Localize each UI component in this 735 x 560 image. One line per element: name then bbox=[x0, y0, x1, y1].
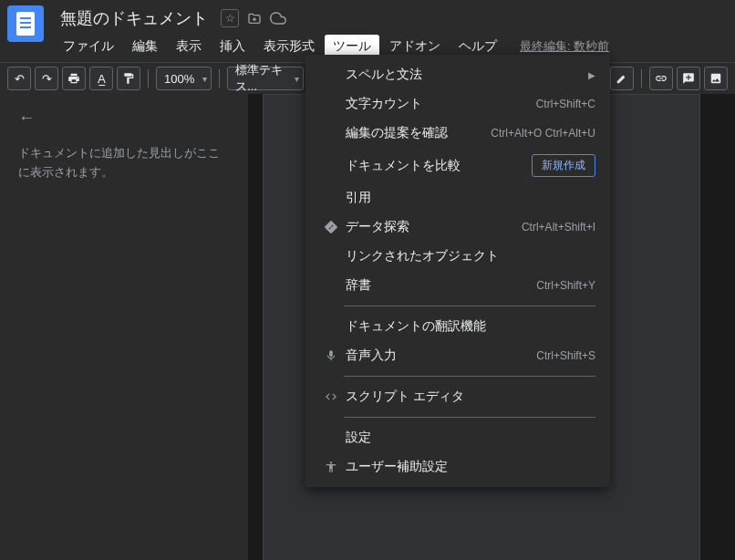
outline-empty-message: ドキュメントに追加した見出しがここに表示されます。 bbox=[18, 144, 230, 182]
insert-image-button[interactable] bbox=[704, 67, 728, 90]
menu-item-label: 設定 bbox=[342, 430, 595, 446]
paint-format-button[interactable] bbox=[117, 67, 140, 90]
move-icon[interactable] bbox=[246, 10, 263, 26]
menu-item-label: 文字カウント bbox=[342, 96, 536, 112]
menu-item-label: ユーザー補助設定 bbox=[342, 459, 595, 475]
menu-item-shortcut: Ctrl+Shift+Y bbox=[536, 279, 595, 292]
menu-citation[interactable]: 引用 bbox=[305, 183, 610, 213]
menu-spell-grammar[interactable]: スペルと文法 ▶ bbox=[305, 60, 610, 89]
menu-linked-objects[interactable]: リンクされたオブジェクト bbox=[305, 242, 610, 271]
menu-accessibility[interactable]: ユーザー補助設定 bbox=[305, 452, 610, 482]
menu-compare-docs[interactable]: ドキュメントを比較 新規作成 bbox=[305, 148, 610, 183]
menu-item-shortcut: Ctrl+Shift+C bbox=[536, 98, 595, 110]
add-comment-button[interactable] bbox=[677, 67, 700, 90]
menu-dictionary[interactable]: 辞書 Ctrl+Shift+Y bbox=[305, 271, 610, 300]
menu-review-suggestions[interactable]: 編集の提案を確認 Ctrl+Alt+O Ctrl+Alt+U bbox=[305, 119, 610, 148]
menu-separator bbox=[344, 376, 595, 377]
menu-view[interactable]: 表示 bbox=[168, 35, 210, 58]
menu-item-label: ドキュメントを比較 bbox=[342, 158, 532, 174]
toolbar-separator bbox=[641, 69, 642, 88]
doc-title[interactable]: 無題のドキュメント bbox=[55, 5, 213, 31]
blank-icon bbox=[320, 430, 342, 446]
header: 無題のドキュメント ☆ ファイル 編集 表示 挿入 表示形式 ツール アドオン … bbox=[0, 0, 735, 62]
menu-separator bbox=[344, 306, 595, 306]
menu-item-label: スペルと文法 bbox=[342, 67, 581, 83]
spellcheck-button[interactable]: A̲ bbox=[89, 67, 113, 90]
star-icon[interactable]: ☆ bbox=[221, 9, 239, 27]
toolbar-right bbox=[610, 67, 728, 90]
menu-explore[interactable]: データ探索 Ctrl+Alt+Shift+I bbox=[305, 213, 610, 242]
menu-separator bbox=[344, 417, 595, 418]
blank-icon bbox=[320, 67, 342, 83]
menu-item-label: データ探索 bbox=[342, 219, 522, 235]
blank-icon bbox=[320, 248, 342, 264]
toolbar-separator bbox=[219, 69, 220, 88]
menu-item-label: スクリプト エディタ bbox=[342, 389, 595, 405]
menu-item-label: 引用 bbox=[342, 190, 595, 206]
header-main: 無題のドキュメント ☆ ファイル 編集 表示 挿入 表示形式 ツール アドオン … bbox=[55, 5, 728, 62]
menu-voice-input[interactable]: 音声入力 Ctrl+Shift+S bbox=[305, 341, 610, 370]
menu-item-label: リンクされたオブジェクト bbox=[342, 248, 595, 264]
mic-icon bbox=[320, 347, 342, 364]
menu-item-shortcut: Ctrl+Shift+S bbox=[536, 349, 595, 362]
print-button[interactable] bbox=[62, 67, 86, 90]
explore-icon bbox=[320, 219, 342, 235]
docs-logo-icon bbox=[16, 12, 35, 36]
new-badge: 新規作成 bbox=[532, 154, 595, 177]
blank-icon bbox=[320, 158, 342, 174]
menu-word-count[interactable]: 文字カウント Ctrl+Shift+C bbox=[305, 89, 610, 119]
menu-item-shortcut: Ctrl+Alt+Shift+I bbox=[522, 221, 595, 233]
toolbar-separator bbox=[148, 69, 149, 88]
outline-panel: ← ドキュメントに追加した見出しがここに表示されます。 bbox=[0, 94, 248, 560]
menu-edit[interactable]: 編集 bbox=[124, 35, 166, 58]
zoom-select[interactable]: 100% bbox=[156, 67, 212, 90]
menu-item-label: 辞書 bbox=[342, 277, 536, 294]
highlight-color-button[interactable] bbox=[610, 67, 634, 90]
blank-icon bbox=[320, 96, 342, 112]
outline-back-button[interactable]: ← bbox=[18, 109, 230, 128]
blank-icon bbox=[320, 125, 342, 141]
style-select[interactable]: 標準テキス... bbox=[227, 67, 304, 90]
menu-settings[interactable]: 設定 bbox=[305, 423, 610, 452]
menu-item-label: 編集の提案を確認 bbox=[342, 125, 491, 141]
chevron-right-icon: ▶ bbox=[581, 70, 595, 80]
menu-item-shortcut: Ctrl+Alt+O Ctrl+Alt+U bbox=[491, 127, 595, 140]
blank-icon bbox=[320, 277, 342, 294]
tools-dropdown: スペルと文法 ▶ 文字カウント Ctrl+Shift+C 編集の提案を確認 Ct… bbox=[305, 55, 610, 487]
menu-item-label: ドキュメントの翻訳機能 bbox=[342, 318, 595, 335]
blank-icon bbox=[320, 190, 342, 206]
menu-file[interactable]: ファイル bbox=[55, 35, 122, 58]
title-row: 無題のドキュメント ☆ bbox=[55, 5, 728, 33]
code-icon bbox=[320, 389, 342, 405]
insert-link-button[interactable] bbox=[649, 67, 673, 90]
menu-item-label: 音声入力 bbox=[342, 347, 536, 364]
redo-button[interactable]: ↷ bbox=[35, 67, 58, 90]
menu-insert[interactable]: 挿入 bbox=[212, 35, 254, 58]
blank-icon bbox=[320, 318, 342, 335]
accessibility-icon bbox=[320, 459, 342, 475]
undo-button[interactable]: ↶ bbox=[7, 67, 31, 90]
cloud-status-icon[interactable] bbox=[270, 10, 286, 26]
docs-logo[interactable] bbox=[7, 5, 44, 42]
menu-translate[interactable]: ドキュメントの翻訳機能 bbox=[305, 312, 610, 341]
menu-script-editor[interactable]: スクリプト エディタ bbox=[305, 382, 610, 411]
last-edit-link[interactable]: 最終編集: 数秒前 bbox=[520, 38, 609, 55]
